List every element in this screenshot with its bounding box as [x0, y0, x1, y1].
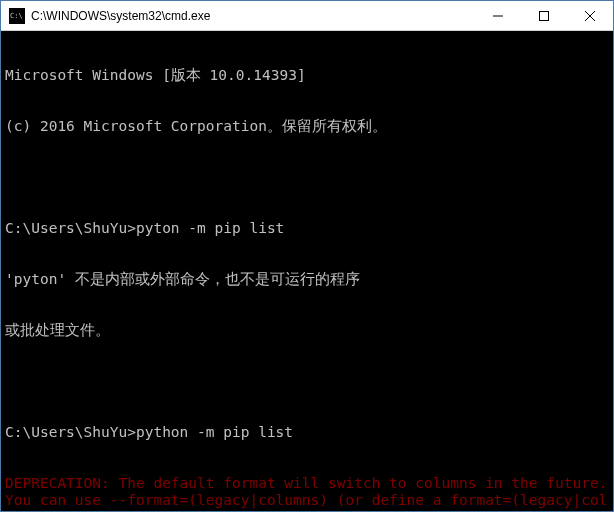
svg-text:C:\: C:\	[10, 12, 23, 20]
prompt-line: C:\Users\ShuYu>python -m pip list	[5, 424, 609, 441]
cmd-window: C:\ C:\WINDOWS\system32\cmd.exe Microsof…	[0, 0, 614, 512]
maximize-button[interactable]	[521, 1, 567, 30]
window-controls	[475, 1, 613, 30]
blank-line	[5, 373, 609, 390]
close-icon	[585, 11, 595, 21]
cmd-icon: C:\	[9, 8, 25, 24]
terminal-area[interactable]: Microsoft Windows [版本 10.0.14393] (c) 20…	[1, 31, 613, 511]
minimize-icon	[493, 11, 503, 21]
error-line: 'pyton' 不是内部或外部命令，也不是可运行的程序	[5, 271, 609, 288]
blank-line	[5, 169, 609, 186]
deprecation-warning: DEPRECATION: The default format will swi…	[5, 475, 609, 511]
os-header-line: Microsoft Windows [版本 10.0.14393]	[5, 67, 609, 84]
error-line: 或批处理文件。	[5, 322, 609, 339]
copyright-line: (c) 2016 Microsoft Corporation。保留所有权利。	[5, 118, 609, 135]
prompt-line: C:\Users\ShuYu>pyton -m pip list	[5, 220, 609, 237]
maximize-icon	[539, 11, 549, 21]
minimize-button[interactable]	[475, 1, 521, 30]
svg-rect-3	[540, 11, 549, 20]
titlebar[interactable]: C:\ C:\WINDOWS\system32\cmd.exe	[1, 1, 613, 31]
close-button[interactable]	[567, 1, 613, 30]
window-title: C:\WINDOWS\system32\cmd.exe	[31, 9, 475, 23]
